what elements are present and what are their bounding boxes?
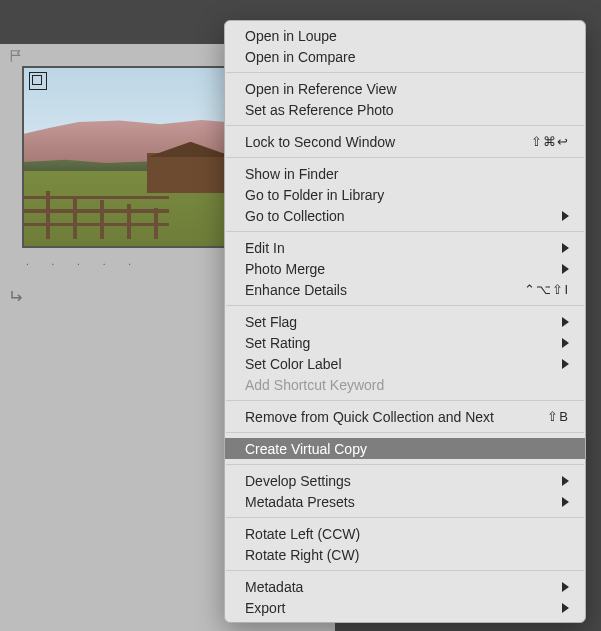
menu-item-open-loupe[interactable]: Open in Loupe bbox=[225, 25, 585, 46]
menu-item-go-folder[interactable]: Go to Folder in Library bbox=[225, 184, 585, 205]
flag-icon bbox=[9, 48, 23, 64]
app-root: . . . . . Open in Loupe Open in Compare … bbox=[0, 0, 601, 631]
menu-label: Show in Finder bbox=[245, 166, 569, 182]
menu-item-metadata[interactable]: Metadata bbox=[225, 576, 585, 597]
submenu-arrow-icon bbox=[562, 582, 569, 592]
return-arrow-icon bbox=[9, 288, 27, 306]
menu-shortcut: ⇧⌘↩ bbox=[531, 134, 569, 149]
menu-label: Set Color Label bbox=[245, 356, 556, 372]
menu-label: Open in Compare bbox=[245, 49, 569, 65]
rating-dots[interactable]: . . . . . bbox=[26, 256, 141, 267]
thumb-fence bbox=[22, 185, 169, 238]
submenu-arrow-icon bbox=[562, 603, 569, 613]
menu-label: Set Rating bbox=[245, 335, 556, 351]
menu-item-set-rating[interactable]: Set Rating bbox=[225, 332, 585, 353]
menu-item-metadata-presets[interactable]: Metadata Presets bbox=[225, 491, 585, 512]
menu-item-go-collection[interactable]: Go to Collection bbox=[225, 205, 585, 226]
menu-item-add-shortcut-keyword: Add Shortcut Keyword bbox=[225, 374, 585, 395]
menu-separator bbox=[226, 400, 584, 401]
menu-separator bbox=[226, 432, 584, 433]
menu-label: Rotate Right (CW) bbox=[245, 547, 569, 563]
menu-separator bbox=[226, 570, 584, 571]
stack-icon bbox=[29, 72, 47, 90]
menu-shortcut: ⇧B bbox=[547, 409, 569, 424]
menu-item-rotate-right[interactable]: Rotate Right (CW) bbox=[225, 544, 585, 565]
menu-label: Rotate Left (CCW) bbox=[245, 526, 569, 542]
menu-label: Open in Loupe bbox=[245, 28, 569, 44]
menu-label: Create Virtual Copy bbox=[245, 441, 569, 457]
menu-separator bbox=[226, 464, 584, 465]
menu-label: Open in Reference View bbox=[245, 81, 569, 97]
submenu-arrow-icon bbox=[562, 359, 569, 369]
submenu-arrow-icon bbox=[562, 317, 569, 327]
menu-item-set-reference[interactable]: Set as Reference Photo bbox=[225, 99, 585, 120]
menu-item-set-flag[interactable]: Set Flag bbox=[225, 311, 585, 332]
menu-item-develop-settings[interactable]: Develop Settings bbox=[225, 470, 585, 491]
submenu-arrow-icon bbox=[562, 211, 569, 221]
submenu-arrow-icon bbox=[562, 338, 569, 348]
menu-label: Photo Merge bbox=[245, 261, 556, 277]
menu-label: Go to Folder in Library bbox=[245, 187, 569, 203]
menu-label: Lock to Second Window bbox=[245, 134, 531, 150]
menu-separator bbox=[226, 125, 584, 126]
menu-label: Edit In bbox=[245, 240, 556, 256]
menu-item-lock-second-window[interactable]: Lock to Second Window ⇧⌘↩ bbox=[225, 131, 585, 152]
menu-item-open-reference[interactable]: Open in Reference View bbox=[225, 78, 585, 99]
menu-separator bbox=[226, 157, 584, 158]
submenu-arrow-icon bbox=[562, 497, 569, 507]
menu-label: Develop Settings bbox=[245, 473, 556, 489]
menu-item-create-virtual-copy[interactable]: Create Virtual Copy bbox=[225, 438, 585, 459]
menu-separator bbox=[226, 517, 584, 518]
menu-label: Remove from Quick Collection and Next bbox=[245, 409, 547, 425]
menu-item-open-compare[interactable]: Open in Compare bbox=[225, 46, 585, 67]
menu-label: Metadata bbox=[245, 579, 556, 595]
submenu-arrow-icon bbox=[562, 243, 569, 253]
menu-item-enhance-details[interactable]: Enhance Details ⌃⌥⇧I bbox=[225, 279, 585, 300]
menu-shortcut: ⌃⌥⇧I bbox=[524, 282, 569, 297]
menu-item-remove-quick-collection[interactable]: Remove from Quick Collection and Next ⇧B bbox=[225, 406, 585, 427]
menu-label: Enhance Details bbox=[245, 282, 524, 298]
menu-label: Metadata Presets bbox=[245, 494, 556, 510]
menu-label: Set Flag bbox=[245, 314, 556, 330]
menu-item-export[interactable]: Export bbox=[225, 597, 585, 618]
menu-item-rotate-left[interactable]: Rotate Left (CCW) bbox=[225, 523, 585, 544]
menu-label: Go to Collection bbox=[245, 208, 556, 224]
menu-separator bbox=[226, 305, 584, 306]
menu-item-set-color-label[interactable]: Set Color Label bbox=[225, 353, 585, 374]
menu-separator bbox=[226, 231, 584, 232]
menu-separator bbox=[226, 72, 584, 73]
menu-item-show-finder[interactable]: Show in Finder bbox=[225, 163, 585, 184]
menu-label: Export bbox=[245, 600, 556, 616]
menu-item-photo-merge[interactable]: Photo Merge bbox=[225, 258, 585, 279]
menu-label: Set as Reference Photo bbox=[245, 102, 569, 118]
submenu-arrow-icon bbox=[562, 264, 569, 274]
menu-item-edit-in[interactable]: Edit In bbox=[225, 237, 585, 258]
menu-label: Add Shortcut Keyword bbox=[245, 377, 569, 393]
context-menu: Open in Loupe Open in Compare Open in Re… bbox=[224, 20, 586, 623]
submenu-arrow-icon bbox=[562, 476, 569, 486]
